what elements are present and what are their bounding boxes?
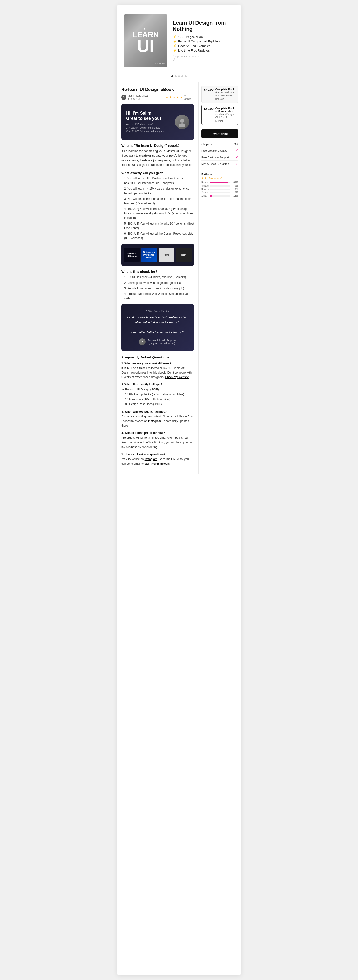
feature-money-back: Money Back Guarantee ✓ (201, 161, 238, 167)
star-1: ★ (166, 96, 168, 99)
hi-greeting-line1: Hi, I'm Salim. (126, 111, 171, 116)
testimonial-quote: I and my wife landed our first freelance… (126, 315, 189, 335)
check-website-link[interactable]: Check My Website (165, 375, 189, 379)
dot-3[interactable] (178, 75, 180, 77)
hi-sub-info: Author of "Portfolio Book" 13+ years of … (126, 123, 171, 133)
rating-track-3 (209, 189, 230, 190)
author-photo (175, 115, 189, 129)
bonus-photoshop-label: 10 AmazingPhotoshopTricks (143, 251, 155, 259)
bonus-item-photoshop: 10 AmazingPhotoshopTricks (141, 248, 157, 262)
hero-section: RE LEARN UI UX.MARS Learn UI Design from… (117, 5, 241, 72)
price-label-2: Complete Book + Membership (215, 107, 236, 113)
ratings-avg: ★ 4.5 (24 ratings) (201, 177, 238, 180)
testimonial-author-handle: (ui.ryme on Instagram) (147, 342, 176, 345)
get-item-4: 4. [BONUS] You will learn 10 amazing Pho… (122, 207, 194, 221)
hero-content: Learn UI Design from Nothing ⚡160+ Pages… (173, 20, 234, 62)
main-content: Re-learn UI Design eBook S Salim Dabanca… (117, 82, 241, 474)
rating-bar-5: 5 stars 88% (201, 181, 238, 184)
page-wrapper: RE LEARN UI UX.MARS Learn UI Design from… (117, 5, 241, 975)
feature-lifetime-updates: Free Lifetime Updates ✓ (201, 147, 238, 154)
left-column: Re-learn UI Design eBook S Salim Dabanca… (117, 82, 198, 474)
star-3: ★ (173, 96, 176, 99)
testimonial-author-info: Turhan & Irmak Surpinar (ui.ryme on Inst… (147, 339, 176, 345)
price-tag-1: $49.90 (204, 88, 214, 101)
get-item-3: 3. You will get all the Figma design fil… (122, 197, 194, 206)
feature-label-updates: Free Lifetime Updates (201, 149, 227, 152)
faq-answer-3: I'm currently writing the content. I'll … (121, 414, 194, 428)
bonus-item-resources: Res+ (176, 248, 192, 262)
who-list: 1. UX UI Designers (Junior's, Mid-level,… (121, 275, 194, 301)
bonus-ebook-label: Re-learnUI Design (127, 252, 137, 258)
feature-customer-support: Free Customer Support ✓ (201, 154, 238, 161)
price-option-1[interactable]: $49.90 Complete Book Access to all files… (201, 86, 238, 103)
feature-check-support: ✓ (236, 155, 238, 159)
faq-question-3: 3. When will you publish all files? (121, 410, 194, 414)
rating-count: 24 ratings (184, 94, 194, 100)
faq-item-3: 3. When will you publish all files? I'm … (121, 410, 194, 428)
rating-label-1: 1 star (201, 194, 209, 197)
hero-title: Learn UI Design from Nothing (173, 20, 234, 32)
carousel-dots (117, 72, 241, 82)
get-item-1: 1. You will learn all UI Design practice… (122, 177, 194, 185)
rating-label-3: 3 stars (201, 188, 209, 191)
rating-track-1 (209, 195, 230, 197)
ratings-title: Ratings (201, 173, 238, 176)
rating-bar-1: 1 star 12% (201, 194, 238, 197)
testimonial-avatar: T (139, 339, 146, 345)
faq-file-3: 10 Free Fonts (10x .TTF Font Files) (122, 397, 194, 402)
dot-5[interactable] (185, 75, 187, 77)
bonus-fonts-label: Fonts (163, 254, 169, 256)
rating-pct-1: 12% (231, 194, 238, 197)
what-is-body: It's a learning tool for making you a Ma… (121, 149, 194, 167)
bonus-item-ebook: Re-learnUI Design (124, 248, 140, 262)
rating-pct-5: 88% (231, 181, 238, 184)
author-avatar: S (121, 95, 126, 100)
feature-check-updates: ✓ (236, 149, 238, 152)
rating-track-2 (209, 192, 230, 193)
hero-features-list: ⚡160+ Pages eBook ⚡Every UI Component Ex… (173, 35, 234, 52)
faq-answer-5: I'm 24/7 online on Instagram. Send me DM… (121, 457, 194, 466)
hero-feature-2: ⚡Every UI Component Explained (173, 40, 234, 43)
feature-label-money-back: Money Back Guarantee (201, 162, 229, 165)
book-cover: RE LEARN UI UX.MARS (124, 14, 167, 67)
what-get-title: What exactly will you get? (121, 171, 194, 175)
hero-feature-3: ⚡Good vs Bad Examples (173, 44, 234, 48)
rating-fill-5 (209, 182, 228, 183)
price-option-2[interactable]: $59.90 Complete Book + Membership Join M… (201, 105, 238, 125)
rating-label-2: 2 stars (201, 191, 209, 194)
bolt-icon-3: ⚡ (173, 44, 177, 48)
testimonial-thanks: Million times thanks! (126, 310, 189, 313)
dot-1[interactable] (171, 75, 173, 77)
bonus-resources-label: Res+ (181, 254, 186, 256)
hero-feature-1: ⚡160+ Pages eBook (173, 35, 234, 39)
book-brand: UX.MARS (155, 62, 165, 65)
faq-answer-4: Pre-orders will be for a limited time. A… (121, 436, 194, 449)
page-title: Re-learn UI Design eBook (121, 87, 194, 92)
price-desc-1: Access to all files and lifetime free up… (215, 91, 236, 101)
faq-question-2: 2. What files exactly I will get? (121, 383, 194, 386)
bolt-icon-4: ⚡ (173, 49, 177, 52)
faq-file-2: 10 Photoshop Tricks (.PDF + Photoshop Fi… (122, 392, 194, 397)
hi-banner: Hi, I'm Salim. Great to see you! Author … (121, 104, 194, 140)
testimonial-banner: Million times thanks! I and my wife land… (121, 304, 194, 351)
what-is-title: What is "Re-learn UI Design" ebook? (121, 144, 194, 148)
rating-track-4 (209, 185, 230, 187)
faq-title: Frequently Asked Questions (121, 355, 194, 359)
rating-pct-2: 0% (231, 191, 238, 194)
faq-item-4: 4. What If I don't pre-order now? Pre-or… (121, 431, 194, 449)
dot-4[interactable] (181, 75, 183, 77)
get-item-6: 6. [BONUS] You will get all the Design R… (122, 232, 194, 240)
buy-button[interactable]: I want this! (201, 129, 238, 138)
testimonial-author-name: Turhan & Irmak Surpinar (147, 339, 176, 342)
faq-file-4: 80 Design Resources (.PDF) (122, 402, 194, 406)
instagram-link-2[interactable]: Instagram (145, 458, 157, 461)
rating-bar-2: 2 stars 0% (201, 191, 238, 194)
instagram-link-1[interactable]: Instagram (148, 419, 161, 423)
who-item-2: 2. Developers (who want to get design sk… (122, 281, 194, 285)
feature-value-chapters: 30+ (234, 143, 238, 146)
dot-2[interactable] (175, 75, 177, 77)
rating-track-5 (209, 182, 230, 183)
right-column: $49.90 Complete Book Access to all files… (198, 82, 241, 474)
feature-label-chapters: Chapters (201, 143, 212, 146)
email-link[interactable]: salim@uxmars.com (144, 462, 170, 465)
